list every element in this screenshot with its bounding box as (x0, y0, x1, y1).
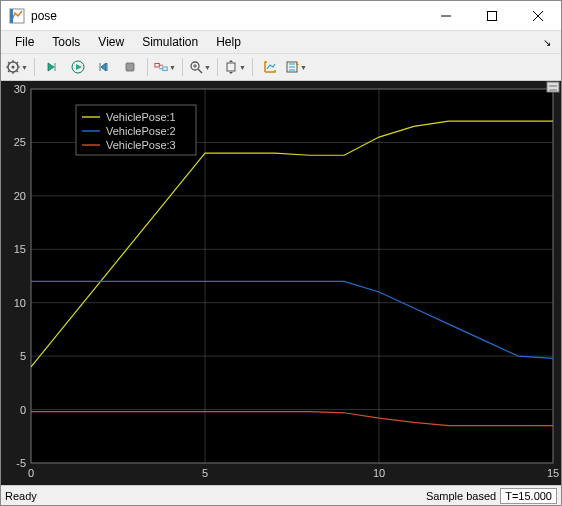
svg-text:5: 5 (20, 350, 26, 362)
restart-button[interactable] (40, 56, 64, 78)
chevron-down-icon: ▼ (239, 64, 246, 71)
close-button[interactable] (515, 1, 561, 31)
toolbar-separator (34, 58, 35, 76)
chevron-down-icon: ▼ (21, 64, 28, 71)
titlebar: pose (1, 1, 561, 31)
window-title: pose (31, 9, 423, 23)
toolbar-separator (147, 58, 148, 76)
svg-text:25: 25 (14, 136, 26, 148)
menu-view[interactable]: View (90, 33, 132, 51)
svg-rect-1 (10, 9, 13, 23)
svg-text:10: 10 (373, 467, 385, 479)
svg-rect-8 (155, 63, 159, 67)
configure-button[interactable]: ▼ (5, 56, 29, 78)
svg-rect-14 (227, 63, 235, 71)
toolbar-separator (252, 58, 253, 76)
menu-tools[interactable]: Tools (44, 33, 88, 51)
statusbar: Ready Sample based T=15.000 (1, 485, 561, 505)
autoscale-button[interactable]: ▼ (223, 56, 247, 78)
dock-arrow-icon[interactable]: ↘ (543, 37, 555, 48)
svg-text:0: 0 (28, 467, 34, 479)
chevron-down-icon: ▼ (300, 64, 307, 71)
svg-text:15: 15 (14, 243, 26, 255)
svg-text:5: 5 (202, 467, 208, 479)
plot-canvas: 051015-5051015202530VehiclePose:1Vehicle… (1, 81, 561, 485)
menubar: File Tools View Simulation Help ↘ (1, 31, 561, 53)
toolbar: ▼ ▼ ▼ ▼ ▼ (1, 53, 561, 81)
status-time: T=15.000 (500, 488, 557, 504)
svg-text:-5: -5 (16, 457, 26, 469)
menu-simulation[interactable]: Simulation (134, 33, 206, 51)
svg-text:VehiclePose:1: VehiclePose:1 (106, 111, 176, 123)
status-ready: Ready (5, 490, 37, 502)
menu-help[interactable]: Help (208, 33, 249, 51)
svg-text:VehiclePose:2: VehiclePose:2 (106, 125, 176, 137)
svg-rect-3 (488, 11, 497, 20)
menu-file[interactable]: File (7, 33, 42, 51)
toolbar-separator (217, 58, 218, 76)
app-icon (9, 8, 25, 24)
svg-text:15: 15 (547, 467, 559, 479)
stop-button[interactable] (118, 56, 142, 78)
scope-plot[interactable]: 051015-5051015202530VehiclePose:1Vehicle… (1, 81, 561, 485)
step-forward-button[interactable] (92, 56, 116, 78)
status-sample-based: Sample based (426, 490, 496, 502)
svg-line-11 (198, 69, 202, 73)
maximize-button[interactable] (469, 1, 515, 31)
svg-text:20: 20 (14, 190, 26, 202)
svg-text:10: 10 (14, 297, 26, 309)
svg-text:VehiclePose:3: VehiclePose:3 (106, 139, 176, 151)
minimize-button[interactable] (423, 1, 469, 31)
toolbar-separator (182, 58, 183, 76)
window-controls (423, 1, 561, 31)
chevron-down-icon: ▼ (204, 64, 211, 71)
svg-point-5 (12, 66, 15, 69)
zoom-button[interactable]: ▼ (188, 56, 212, 78)
svg-rect-9 (163, 67, 167, 71)
triggers-button[interactable]: ▼ (284, 56, 308, 78)
measurements-button[interactable] (258, 56, 282, 78)
svg-rect-30 (547, 82, 559, 92)
chevron-down-icon: ▼ (169, 64, 176, 71)
svg-text:30: 30 (14, 83, 26, 95)
svg-text:0: 0 (20, 404, 26, 416)
run-button[interactable] (66, 56, 90, 78)
svg-rect-7 (126, 63, 134, 71)
highlight-signal-button[interactable]: ▼ (153, 56, 177, 78)
